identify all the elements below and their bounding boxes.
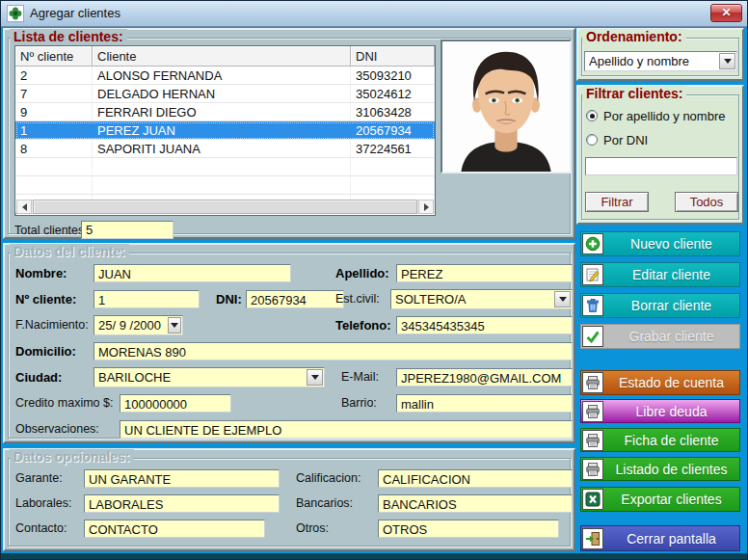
table-cell[interactable]: 35093210 — [351, 67, 435, 84]
apellido-label: Apellido: — [335, 266, 389, 280]
nuevo-cliente-button[interactable]: Nuevo cliente — [580, 231, 740, 256]
table-row[interactable]: 9FERRARI DIEGO31063428 — [15, 103, 435, 121]
nombre-label: Nombre: — [15, 266, 67, 280]
todos-button[interactable]: Todos — [675, 192, 738, 212]
check-icon — [582, 326, 603, 347]
grabar-cliente-button: Grabar cliente — [580, 324, 740, 349]
calificacion-field[interactable] — [378, 469, 573, 488]
estado-de-cuenta-button[interactable]: Estado de cuenta — [580, 370, 740, 395]
table-cell[interactable]: SAPORITI JUANA — [93, 140, 351, 157]
portrait-image — [442, 41, 570, 172]
table-cell — [351, 176, 435, 194]
chevron-down-icon[interactable] — [307, 369, 323, 386]
apellido-field[interactable] — [396, 264, 573, 282]
table-cell[interactable]: 20567934 — [351, 121, 435, 139]
radio-by-dni-label[interactable]: Por DNI — [603, 133, 648, 147]
table-cell — [15, 158, 93, 175]
bancarios-label: Bancarios: — [296, 496, 353, 510]
estcivil-label: Est.civil: — [335, 292, 380, 306]
table-cell[interactable]: DELGADO HERNAN — [93, 85, 351, 102]
estcivil-select[interactable]: SOLTERO/A — [390, 289, 573, 309]
table-header-row: Nº cliente Cliente DNI — [15, 46, 435, 67]
laborales-field[interactable] — [84, 494, 280, 513]
observaciones-field[interactable] — [120, 420, 573, 439]
scroll-left-button[interactable] — [16, 200, 32, 214]
close-button[interactable]: ✕ — [710, 4, 742, 22]
credito-label: Credito maximo $: — [15, 396, 113, 410]
table-row[interactable]: 2ALONSO FERNANDA35093210 — [15, 67, 435, 85]
credito-field[interactable] — [120, 394, 231, 413]
ordering-select[interactable]: Apellido y nombre — [584, 51, 737, 71]
nro-cliente-field[interactable] — [94, 290, 200, 308]
calificacion-label: Calificacion: — [296, 471, 361, 485]
editar-cliente-button[interactable]: Editar cliente — [580, 262, 740, 287]
table-cell[interactable]: 8 — [15, 140, 93, 157]
ciudad-select[interactable]: BARILOCHE — [94, 367, 325, 387]
fnacimiento-label: F.Nacimiento: — [15, 318, 89, 332]
horizontal-scrollbar[interactable] — [16, 200, 434, 214]
barrio-field[interactable] — [396, 394, 573, 413]
bancarios-field[interactable] — [378, 494, 573, 513]
arrow-left-icon — [22, 203, 27, 211]
nro-cliente-label: Nº cliente: — [15, 292, 76, 307]
scrollbar-thumb[interactable] — [33, 200, 417, 214]
ciudad-selected-value: BARILOCHE — [98, 370, 171, 385]
scroll-right-button[interactable] — [418, 200, 434, 214]
libre-deuda-button[interactable]: Libre deuda — [580, 399, 740, 423]
column-header-cliente[interactable]: Cliente — [93, 46, 351, 67]
domicilio-field[interactable] — [94, 342, 573, 360]
contacto-field[interactable] — [84, 520, 265, 538]
fnacimiento-datepicker[interactable]: 25/ 9 /2000 — [94, 315, 183, 335]
table-cell[interactable]: 35024612 — [351, 85, 435, 102]
table-empty-row — [15, 158, 435, 176]
chevron-down-icon[interactable] — [168, 317, 181, 333]
radio-by-name-label[interactable]: Por apellido y nombre — [603, 109, 725, 123]
client-data-panel: Datos del cliente: Nombre: Apellido: Nº … — [3, 243, 575, 443]
telefono-field[interactable] — [396, 316, 573, 334]
table-cell — [93, 158, 351, 175]
domicilio-label: Domicilio: — [15, 344, 76, 359]
listado-de-clientes-button[interactable]: Listado de clientes — [580, 457, 740, 481]
chevron-down-icon[interactable] — [719, 53, 735, 69]
table-cell[interactable]: 37224561 — [351, 140, 435, 157]
filtrar-button[interactable]: Filtrar — [585, 192, 649, 212]
ficha-de-cliente-button[interactable]: Ficha de cliente — [580, 428, 740, 452]
radio-by-dni[interactable] — [586, 134, 598, 146]
dni-field[interactable] — [246, 290, 344, 308]
filter-input[interactable] — [585, 157, 737, 175]
table-cell — [351, 158, 435, 175]
otros-field[interactable] — [378, 520, 559, 538]
cerrar-pantalla-button[interactable]: Cerrar pantalla — [580, 525, 740, 551]
table-cell[interactable]: FERRARI DIEGO — [93, 103, 351, 120]
table-cell[interactable]: 31063428 — [351, 103, 435, 120]
email-field[interactable] — [396, 368, 573, 387]
trash-icon — [582, 295, 603, 316]
column-header-num[interactable]: Nº cliente — [15, 46, 93, 67]
table-row[interactable]: 1PEREZ JUAN20567934 — [15, 121, 435, 140]
excel-icon — [582, 489, 603, 510]
nombre-field[interactable] — [94, 264, 291, 282]
column-header-dni[interactable]: DNI — [351, 46, 435, 67]
table-cell[interactable]: 7 — [15, 85, 93, 102]
arrow-right-icon — [424, 203, 429, 211]
filter-panel: Filtrar clientes: Por apellido y nombre … — [576, 85, 744, 225]
table-row[interactable]: 8SAPORITI JUANA37224561 — [15, 140, 435, 158]
table-cell[interactable]: 1 — [15, 121, 93, 139]
dni-label: DNI: — [216, 292, 242, 307]
estcivil-selected-value: SOLTERO/A — [395, 292, 466, 307]
garante-label: Garante: — [15, 471, 63, 485]
borrar-cliente-button[interactable]: Borrar cliente — [580, 293, 740, 318]
table-row[interactable]: 7DELGADO HERNAN35024612 — [15, 85, 435, 103]
table-cell[interactable]: PEREZ JUAN — [93, 121, 351, 139]
chevron-down-icon[interactable] — [554, 291, 571, 307]
exportar-clientes-button[interactable]: Exportar clientes — [580, 487, 740, 512]
table-cell[interactable]: ALONSO FERNANDA — [93, 67, 351, 84]
client-table[interactable]: Nº cliente Cliente DNI 2ALONSO FERNANDA3… — [14, 45, 436, 216]
table-cell[interactable]: 2 — [15, 67, 93, 84]
table-cell[interactable]: 9 — [15, 103, 93, 120]
barrio-label: Barrio: — [341, 396, 377, 410]
printer-icon — [582, 372, 603, 393]
radio-by-name[interactable] — [586, 110, 598, 121]
garante-field[interactable] — [84, 469, 280, 488]
app-icon — [7, 5, 24, 22]
